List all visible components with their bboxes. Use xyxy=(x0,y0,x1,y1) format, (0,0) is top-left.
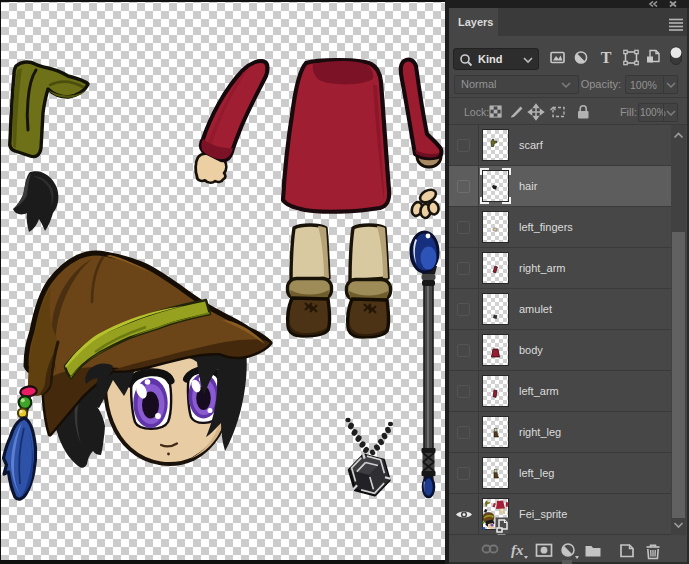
svg-text:fx: fx xyxy=(511,542,524,558)
svg-text:T: T xyxy=(601,49,612,66)
